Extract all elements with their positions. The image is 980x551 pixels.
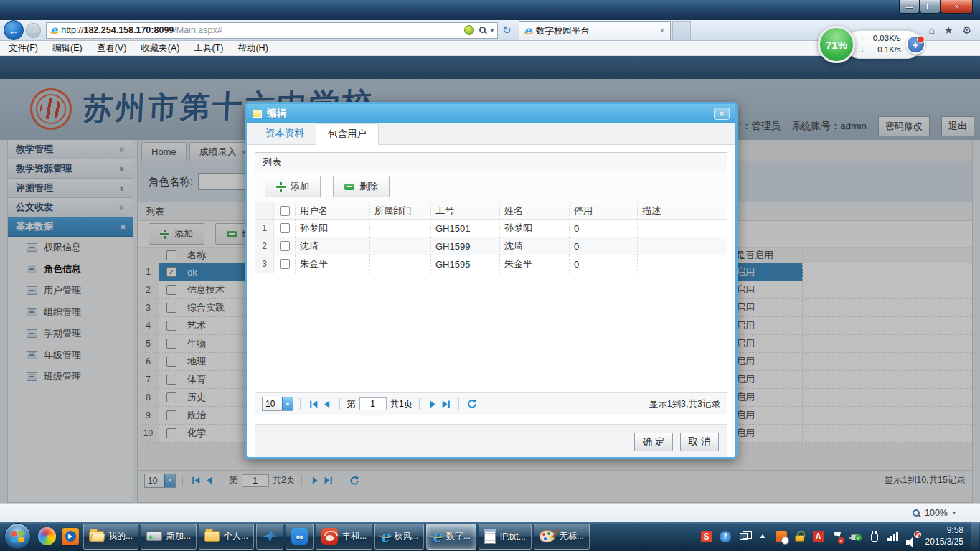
menu-item-5[interactable]: 帮助(H) xyxy=(230,42,275,55)
dialog-tab-0[interactable]: 资本资料 xyxy=(254,123,316,144)
help-icon[interactable]: ? xyxy=(720,530,731,542)
home-icon[interactable]: ⌂ xyxy=(928,24,934,36)
users-column-header-5[interactable]: 描述 xyxy=(638,202,697,219)
quicklaunch-sogou[interactable] xyxy=(36,525,57,548)
menu-item-0[interactable]: 文件(F) xyxy=(1,42,45,55)
dialog-tab-1[interactable]: 包含用户 xyxy=(316,123,379,145)
forward-button[interactable]: → xyxy=(26,23,41,38)
users-column-header-1[interactable]: 所属部门 xyxy=(370,202,431,219)
dialog-tabstrip: 资本资料包含用户 xyxy=(247,123,735,145)
select-all-checkbox[interactable] xyxy=(280,206,290,216)
minus-icon xyxy=(344,184,354,190)
gear-icon[interactable]: ⚙ xyxy=(962,24,971,36)
network-signal-icon[interactable] xyxy=(887,530,899,542)
quicklaunch-media[interactable]: ▶ xyxy=(60,525,81,548)
back-button[interactable]: ← xyxy=(4,20,24,40)
taskbar-button-0[interactable]: 我的... xyxy=(83,524,138,550)
usb-safe-icon[interactable]: ✓ xyxy=(850,530,862,542)
users-column-header-4[interactable]: 停用 xyxy=(570,202,638,219)
ie-favicon: e xyxy=(50,24,57,36)
volume-muted-icon[interactable] xyxy=(906,530,918,542)
taskbar-button-8[interactable]: IP.txt... xyxy=(479,524,532,550)
adobe-icon[interactable]: A xyxy=(813,530,824,542)
start-button[interactable] xyxy=(4,523,31,550)
ok-button[interactable]: 确 定 xyxy=(634,433,673,451)
dialog-icon xyxy=(253,110,262,118)
users-cell: 朱金平 xyxy=(500,255,570,273)
users-column-header-2[interactable]: 工号 xyxy=(431,202,500,219)
users-table-row[interactable]: 2沈琦GH1599沈琦0 xyxy=(255,237,727,255)
users-cell xyxy=(638,255,697,273)
close-window-button[interactable]: × xyxy=(941,0,973,14)
search-icon[interactable] xyxy=(479,25,486,35)
cancel-button[interactable]: 取 消 xyxy=(680,433,719,451)
maximize-button[interactable] xyxy=(920,0,941,14)
dialog-close-button[interactable]: × xyxy=(714,108,730,120)
users-cell: 孙梦阳 xyxy=(296,220,370,237)
tab-close-icon[interactable]: × xyxy=(660,26,665,36)
minimize-button[interactable]: — xyxy=(899,0,920,14)
show-desktop-button[interactable] xyxy=(971,522,979,551)
taskbar-button-1[interactable]: 新加... xyxy=(141,524,197,550)
media-player-icon: ▶ xyxy=(62,528,79,545)
power-plug-icon[interactable] xyxy=(869,530,880,542)
lock-icon[interactable] xyxy=(794,530,806,542)
users-cell xyxy=(370,237,431,255)
taskbar-button-5[interactable]: 丰和... xyxy=(316,524,372,550)
users-table-row[interactable]: 3朱金平GH1595朱金平0 xyxy=(255,255,727,273)
page-size-select[interactable]: 10▾ xyxy=(262,397,293,411)
taskbar-button-3[interactable] xyxy=(256,524,283,550)
window-restore-icon[interactable] xyxy=(738,530,750,542)
page-number-input[interactable] xyxy=(359,397,387,410)
prev-page-button[interactable] xyxy=(320,397,333,410)
browser-tab[interactable]: e 数字校园平台 × xyxy=(519,21,671,40)
row-checkbox[interactable] xyxy=(280,223,290,233)
taskbar-button-6[interactable]: e秋风... xyxy=(374,524,424,550)
plus-icon xyxy=(276,182,286,192)
menu-item-4[interactable]: 工具(T) xyxy=(187,42,230,55)
zoom-level[interactable]: 100% xyxy=(925,508,948,518)
refresh-button[interactable]: ↻ xyxy=(502,24,512,37)
site-safety-icon[interactable] xyxy=(464,25,474,35)
row-checkbox[interactable] xyxy=(280,259,290,269)
address-bar[interactable]: e http://182.254.158.170:8099/Main.aspx#… xyxy=(46,22,498,39)
taskbar-button-7[interactable]: e数字... xyxy=(426,524,476,550)
paint-icon xyxy=(540,530,555,542)
users-cell: GH1599 xyxy=(431,237,500,255)
taskbar-button-9[interactable]: 无标... xyxy=(534,524,590,550)
first-page-button[interactable] xyxy=(307,397,320,410)
menu-item-1[interactable]: 编辑(E) xyxy=(45,42,90,55)
last-page-button[interactable] xyxy=(439,397,452,410)
reload-button[interactable] xyxy=(466,397,479,410)
users-table-header-row: 用户名所属部门工号姓名停用描述 xyxy=(255,202,727,220)
users-column-header-0[interactable]: 用户名 xyxy=(296,202,370,219)
taskbar-button-2[interactable]: 个人... xyxy=(199,524,254,550)
users-column-header-3[interactable]: 姓名 xyxy=(500,202,570,219)
search-dropdown-icon[interactable]: ▾ xyxy=(491,27,494,34)
ie-icon: e xyxy=(380,529,390,544)
new-tab-button[interactable] xyxy=(672,21,691,40)
menu-item-2[interactable]: 查看(V) xyxy=(90,42,134,55)
ox-clock-icon[interactable] xyxy=(776,530,787,542)
taskbar-button-label: IP.txt... xyxy=(500,532,526,542)
row-checkbox[interactable] xyxy=(280,241,290,251)
hidden-icons-arrow-icon[interactable] xyxy=(757,530,768,542)
zoom-dropdown-icon[interactable]: ▾ xyxy=(953,509,956,516)
next-page-button[interactable] xyxy=(426,397,439,410)
add-user-button[interactable]: 添加 xyxy=(265,176,321,197)
delete-user-button[interactable]: 删除 xyxy=(333,176,390,197)
taskbar-clock[interactable]: 9:58 2015/3/25 xyxy=(925,525,963,547)
netspeed-overlay[interactable]: 71% ↑0.03K/s ↓0.1K/s + xyxy=(818,26,920,63)
users-table-row[interactable]: 1孙梦阳GH1501孙梦阳0 xyxy=(255,220,727,237)
menu-item-3[interactable]: 收藏夹(A) xyxy=(133,42,187,55)
taskbar-button-4[interactable]: ∞ xyxy=(286,524,314,550)
users-cell: GH1501 xyxy=(431,220,500,237)
action-center-flag-icon[interactable]: × xyxy=(831,530,843,542)
sogou-s-icon[interactable]: S xyxy=(701,530,712,542)
progress-circle[interactable]: 71% xyxy=(818,26,855,63)
users-cell xyxy=(370,220,431,237)
downloader-icon[interactable]: + xyxy=(906,35,925,55)
favorites-icon[interactable]: ★ xyxy=(944,24,953,36)
dialog-titlebar[interactable]: 编辑 × xyxy=(247,104,735,123)
users-cell: 沈琦 xyxy=(296,237,370,255)
